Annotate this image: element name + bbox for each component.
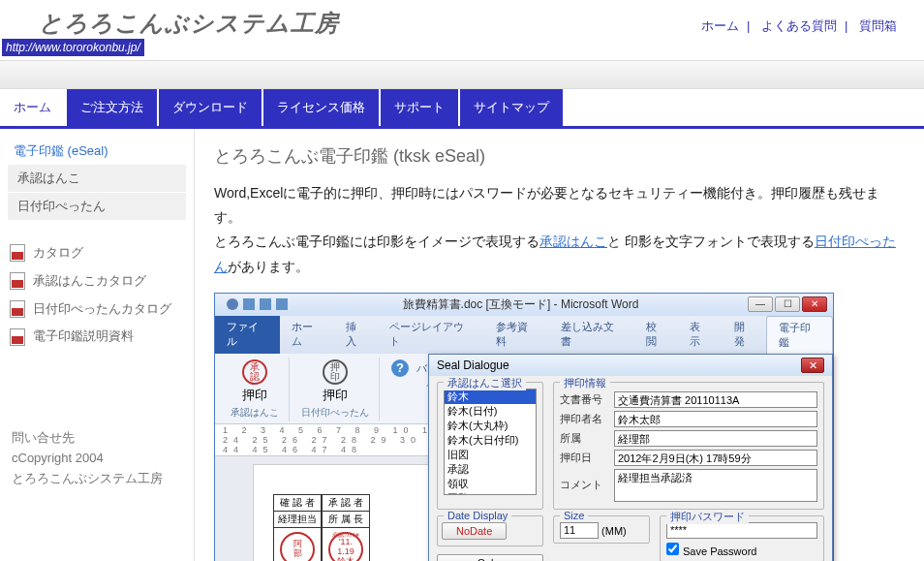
save-password-checkbox[interactable] bbox=[666, 543, 679, 555]
stamp-icon[interactable]: 押印 bbox=[323, 359, 348, 385]
pdf-icon bbox=[10, 328, 25, 346]
site-logo: とろろこんぶシステム工房 bbox=[39, 8, 339, 39]
contact-block: 問い合せ先 cCopyright 2004 とろろこんぶシステム工房 bbox=[8, 428, 186, 488]
link-shonin[interactable]: 承認はんこ bbox=[539, 234, 607, 249]
list-item: 鈴木(日付) bbox=[445, 404, 536, 419]
password-field[interactable]: **** bbox=[666, 522, 817, 539]
close-button[interactable]: ✕ bbox=[802, 296, 827, 312]
list-item: 承認 bbox=[445, 462, 536, 477]
ribbon-tab-layout[interactable]: ページレイアウト bbox=[378, 316, 484, 354]
maximize-button[interactable]: ☐ bbox=[775, 296, 800, 312]
word-title: 旅費精算書.doc [互換モード] - Microsoft Word bbox=[293, 296, 748, 313]
ribbon-tab-mail[interactable]: 差し込み文書 bbox=[549, 316, 634, 354]
ribbon-tab-review[interactable]: 校閲 bbox=[634, 316, 678, 354]
size-field[interactable] bbox=[560, 522, 599, 539]
ribbon-group-shonin: 承認 押印 承認はんこ bbox=[221, 358, 290, 421]
ribbon-tab-file[interactable]: ファイル bbox=[215, 316, 280, 354]
banner-strip bbox=[0, 60, 924, 89]
sidebar-section-title: 電子印鑑 (eSeal) bbox=[8, 139, 186, 164]
main-nav: ホーム ご注文方法 ダウンロード ライセンス価格 サポート サイトマップ bbox=[0, 89, 924, 129]
stamp-abe: 阿部 bbox=[280, 532, 315, 561]
color-button[interactable]: Color bbox=[437, 554, 543, 561]
qat-undo-icon[interactable] bbox=[260, 298, 271, 310]
comment-field[interactable]: 経理担当承認済 bbox=[614, 469, 817, 502]
body-text: Word,Excelに電子的に押印、押印時にはパスワードが必要となるセキュリティ… bbox=[214, 181, 905, 279]
ribbon-tab-eseal[interactable]: 電子印鑑 bbox=[766, 316, 833, 354]
site-url: http://www.tororokonbu.jp/ bbox=[2, 39, 144, 56]
nav-sitemap[interactable]: サイトマップ bbox=[460, 89, 563, 126]
top-links: ホーム| よくある質問| 質問箱 bbox=[693, 8, 905, 35]
pdf-icon bbox=[10, 300, 25, 318]
sidebar-item-shonin[interactable]: 承認はんこ bbox=[8, 165, 186, 192]
list-item: 鈴木(大日付印) bbox=[445, 433, 536, 448]
date-field[interactable]: 2012年2月9日(木) 17時59分 bbox=[614, 450, 817, 466]
dept-field[interactable]: 経理部 bbox=[614, 430, 817, 447]
toplink-contact[interactable]: 質問箱 bbox=[851, 18, 905, 33]
sidebar-item-hiduke[interactable]: 日付印ぺったん bbox=[8, 193, 186, 220]
pdf-icon bbox=[10, 244, 25, 262]
list-item: 領収 bbox=[445, 477, 536, 491]
size-legend: Size bbox=[560, 510, 588, 521]
ribbon-tab-view[interactable]: 表示 bbox=[678, 316, 722, 354]
nav-license[interactable]: ライセンス価格 bbox=[263, 89, 379, 126]
ribbon-group-hiduke: 押印 押印 日付印ぺったん bbox=[292, 358, 380, 421]
help-icon[interactable]: ? bbox=[391, 359, 409, 377]
word-window: 旅費精算書.doc [互換モード] - Microsoft Word — ☐ ✕… bbox=[214, 293, 834, 561]
nav-support[interactable]: サポート bbox=[381, 89, 458, 126]
seal-listbox[interactable]: 鈴木 鈴木(日付) 鈴木(大丸枠) 鈴木(大日付印) 旧図 承認 領収 回覧 許… bbox=[444, 389, 537, 495]
nav-order[interactable]: ご注文方法 bbox=[67, 89, 157, 126]
qat-save-icon[interactable] bbox=[243, 298, 255, 310]
list-item: 回覧 bbox=[445, 491, 536, 495]
stamp-slot: 承 認 者 所 属 長 承認ｼｽﾃﾑ#'11. 1.19鈴木 bbox=[322, 494, 370, 561]
dialog-title: Seal Dialogue bbox=[437, 358, 509, 372]
dialog-close-button[interactable]: ✕ bbox=[801, 358, 824, 373]
ribbon-tab-ref[interactable]: 参考資料 bbox=[484, 316, 549, 354]
date-display-legend: Date Display bbox=[444, 510, 511, 521]
info-legend: 押印情報 bbox=[560, 376, 610, 390]
ribbon-tab-insert[interactable]: 挿入 bbox=[334, 316, 378, 354]
name-field[interactable]: 鈴木太郎 bbox=[614, 411, 817, 427]
page-title: とろろこんぶ電子印鑑 (tksk eSeal) bbox=[214, 144, 905, 168]
ribbon-tab-home[interactable]: ホーム bbox=[280, 316, 334, 354]
seal-dialog: Seal Dialogue ✕ 承認はんこ選択 鈴木 鈴木(日付) 鈴木(大丸枠… bbox=[428, 354, 833, 561]
doc-eseal-manual[interactable]: 電子印鑑説明資料 bbox=[8, 323, 186, 351]
list-item: 鈴木 bbox=[445, 390, 536, 404]
stamp-icon[interactable]: 承認 bbox=[242, 359, 267, 385]
seal-select-legend: 承認はんこ選択 bbox=[444, 376, 526, 390]
doc-catalog[interactable]: カタログ bbox=[8, 239, 186, 267]
nav-download[interactable]: ダウンロード bbox=[159, 89, 262, 126]
qat-redo-icon[interactable] bbox=[276, 298, 288, 310]
minimize-button[interactable]: — bbox=[748, 296, 773, 312]
toplink-home[interactable]: ホーム bbox=[693, 18, 747, 33]
ribbon-tab-dev[interactable]: 開発 bbox=[723, 316, 766, 354]
list-item: 旧図 bbox=[445, 448, 536, 462]
list-item: 鈴木(大丸枠) bbox=[445, 419, 536, 433]
nav-home[interactable]: ホーム bbox=[0, 89, 65, 126]
nodate-button[interactable]: NoDate bbox=[442, 522, 507, 540]
stamp-suzuki: 承認ｼｽﾃﾑ#'11. 1.19鈴木 bbox=[328, 532, 363, 561]
toplink-faq[interactable]: よくある質問 bbox=[754, 18, 845, 33]
pdf-icon bbox=[10, 272, 25, 290]
doc-hiduke-catalog[interactable]: 日付印ぺったんカタログ bbox=[8, 296, 186, 324]
word-icon bbox=[227, 298, 238, 310]
docno-field[interactable]: 交通費清算書 20110113A bbox=[614, 391, 817, 408]
doc-shonin-catalog[interactable]: 承認はんこカタログ bbox=[8, 267, 186, 296]
pwd-legend: 押印パスワード bbox=[666, 510, 749, 524]
stamp-slot: 確 認 者 経理担当 阿部 bbox=[273, 494, 322, 561]
